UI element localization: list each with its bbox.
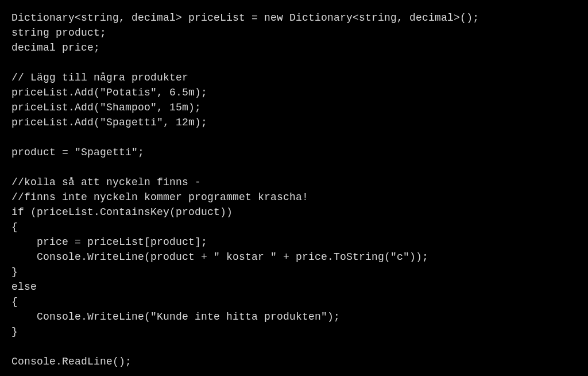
code-block: Dictionary<string, decimal> priceList = …	[0, 0, 588, 376]
